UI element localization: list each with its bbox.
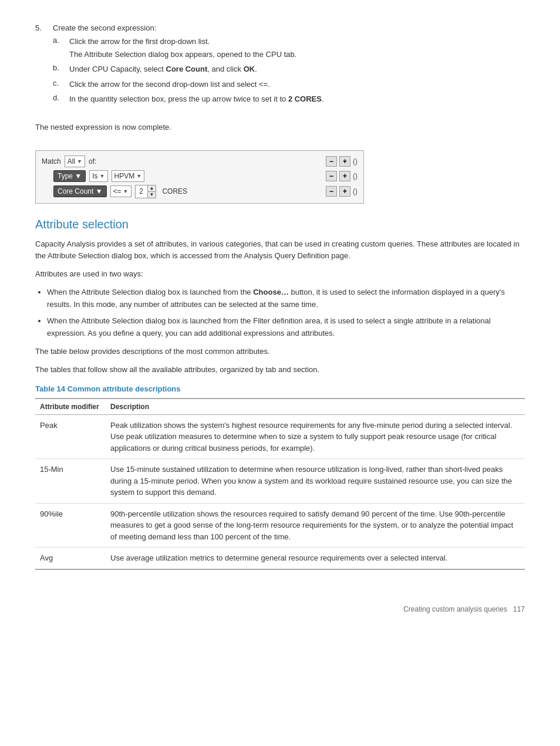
sub-content-d: In the quantity selection box, press the…	[69, 93, 525, 105]
step-number: 5.	[35, 23, 53, 109]
sub-letter-a: a.	[53, 36, 69, 60]
spinner-up-btn[interactable]: ▲	[148, 185, 156, 192]
spinner-down-btn[interactable]: ▼	[148, 192, 156, 198]
attribute-selection-heading: Attribute selection	[35, 218, 525, 231]
footer-text: Creating custom analysis queries	[403, 605, 507, 613]
bullets-list: When the Attribute Selection dialog box …	[47, 286, 525, 340]
match-label: Match	[42, 157, 61, 166]
cores-label: CORES	[162, 187, 187, 195]
top-plus-btn[interactable]: +	[339, 156, 350, 167]
desc-peak: Peak utilization shows the system's high…	[106, 414, 525, 459]
hpvm-dropdown[interactable]: HPVM ▼	[112, 170, 145, 182]
sub-step-d: d. In the quantity selection box, press …	[53, 93, 525, 105]
follow-text: The tables that follow show all the avai…	[35, 364, 525, 376]
hpvm-arrow: ▼	[136, 173, 141, 179]
is-value: Is	[92, 172, 97, 180]
core-count-row: Core Count ▼ <= ▼ 2 ▲ ▼ CORES − + ()	[53, 185, 357, 198]
match-row: Match All ▼ of: − + ()	[42, 156, 357, 167]
steps-section: 5. Create the second expression: a. Clic…	[35, 23, 525, 109]
col-modifier: Attribute modifier	[35, 399, 106, 415]
sub-content-a: Click the arrow for the first drop-down …	[69, 36, 525, 60]
lte-value: <=	[113, 187, 122, 195]
sub-step-a: a. Click the arrow for the first drop-do…	[53, 36, 525, 60]
match-value: All	[68, 157, 75, 166]
row1-plus-btn[interactable]: +	[339, 171, 350, 181]
lte-dropdown[interactable]: <= ▼	[110, 185, 131, 197]
top-minus-btn[interactable]: −	[326, 156, 337, 167]
sub-step-b: b. Under CPU Capacity, select Core Count…	[53, 63, 525, 75]
row2-controls: − + ()	[326, 186, 357, 197]
sub-letter-c: c.	[53, 79, 69, 90]
table-header-row: Attribute modifier Description	[35, 399, 525, 415]
hpvm-value: HPVM	[114, 172, 135, 180]
sub-letter-d: d.	[53, 93, 69, 105]
modifier-90ile: 90%ile	[35, 503, 106, 548]
modifier-avg: Avg	[35, 548, 106, 569]
top-controls: − + ()	[326, 156, 357, 167]
of-label: of:	[89, 157, 96, 166]
desc-15min: Use 15-minute sustained utilization to d…	[106, 459, 525, 504]
type-row: Type ▼ Is ▼ HPVM ▼ − + ()	[53, 170, 357, 182]
type-button[interactable]: Type ▼	[53, 170, 86, 182]
step-content: Create the second expression: a. Click t…	[53, 23, 525, 109]
expression-diagram: Match All ▼ of: − + () Type ▼ Is ▼ HPVM …	[35, 150, 364, 204]
table-heading: Table 14 Common attribute descriptions	[35, 384, 525, 393]
lte-arrow: ▼	[123, 188, 129, 194]
cores-spinner[interactable]: 2 ▲ ▼	[135, 185, 157, 198]
spinner-buttons: ▲ ▼	[147, 185, 156, 198]
modifier-peak: Peak	[35, 414, 106, 459]
table-row: 90%ile 90th-percentile utilization shows…	[35, 503, 525, 548]
attribute-table: Attribute modifier Description Peak Peak…	[35, 398, 525, 570]
nested-complete-text: The nested expression is now complete.	[35, 123, 525, 131]
step-5: 5. Create the second expression: a. Clic…	[35, 23, 525, 109]
row1-controls: − + ()	[326, 171, 357, 181]
desc-avg: Use average utilization metrics to deter…	[106, 548, 525, 569]
desc-90ile: 90th-percentile utilization shows the re…	[106, 503, 525, 548]
table-row: Peak Peak utilization shows the system's…	[35, 414, 525, 459]
page-footer: Creating custom analysis queries 117	[35, 605, 525, 613]
sub-content-c: Click the arrow for the second drop-down…	[69, 79, 525, 90]
row2-plus-btn[interactable]: +	[339, 186, 350, 197]
below-text: The table below provides descriptions of…	[35, 346, 525, 358]
row2-minus-btn[interactable]: −	[326, 186, 337, 197]
top-paren: ()	[353, 157, 357, 166]
row1-paren: ()	[353, 172, 357, 180]
sub-letter-b: b.	[53, 63, 69, 75]
bullet-item-1: When the Attribute Selection dialog box …	[47, 286, 525, 311]
table-row: Avg Use average utilization metrics to d…	[35, 548, 525, 569]
bullet-item-2: When the Attribute Selection dialog box …	[47, 315, 525, 340]
col-description: Description	[106, 399, 525, 415]
footer-page: 117	[513, 605, 525, 613]
spinner-value: 2	[136, 186, 147, 197]
match-dropdown[interactable]: All ▼	[65, 156, 85, 167]
match-dropdown-arrow: ▼	[77, 158, 82, 164]
two-ways-text: Attributes are used in two ways:	[35, 268, 525, 281]
intro-paragraph: Capacity Analysis provides a set of attr…	[35, 238, 525, 263]
row1-minus-btn[interactable]: −	[326, 171, 337, 181]
is-arrow: ▼	[100, 173, 105, 179]
step-label: Create the second expression:	[53, 23, 156, 32]
table-row: 15-Min Use 15-minute sustained utilizati…	[35, 459, 525, 504]
row2-paren: ()	[353, 187, 357, 195]
is-dropdown[interactable]: Is ▼	[89, 170, 107, 182]
core-count-button[interactable]: Core Count ▼	[53, 185, 107, 197]
modifier-15min: 15-Min	[35, 459, 106, 504]
sub-step-c: c. Click the arrow for the second drop-d…	[53, 79, 525, 90]
sub-content-b: Under CPU Capacity, select Core Count, a…	[69, 63, 525, 75]
